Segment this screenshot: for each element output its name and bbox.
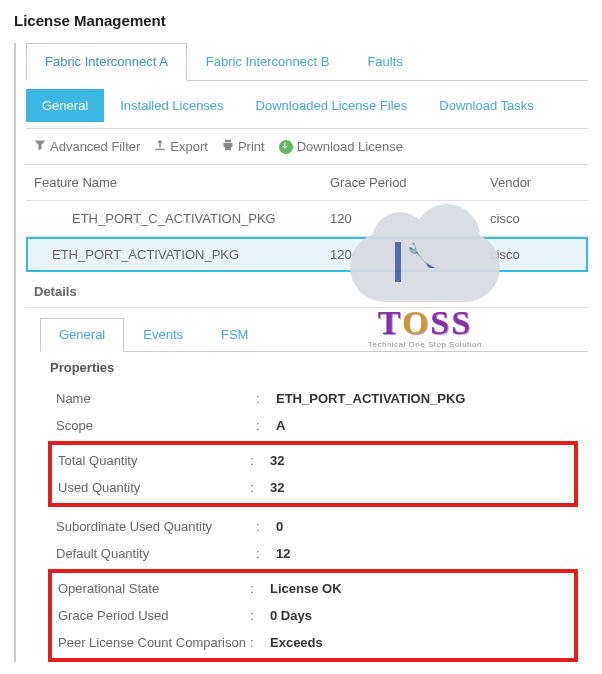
colon: :	[256, 519, 270, 534]
prop-peer-license-comparison: Peer License Count Comparison : Exceeds	[58, 629, 568, 656]
colon: :	[250, 608, 264, 623]
subtab-downloaded-files[interactable]: Downloaded License Files	[240, 89, 424, 122]
colon: :	[256, 391, 270, 406]
prop-value: 0 Days	[264, 608, 568, 623]
advanced-filter-button[interactable]: Advanced Filter	[34, 139, 140, 154]
details-tabs: General Events FSM	[40, 318, 588, 352]
prop-label: Subordinate Used Quantity	[56, 519, 256, 534]
table-toolbar: Advanced Filter Export Print Download Li…	[26, 128, 588, 165]
colon: :	[250, 453, 264, 468]
prop-label: Default Quantity	[56, 546, 256, 561]
page-title: License Management	[14, 12, 588, 29]
table-row[interactable]: ETH_PORT_C_ACTIVATION_PKG 120 cisco	[26, 201, 588, 237]
cell-vendor: cisco	[490, 211, 580, 226]
col-feature-name[interactable]: Feature Name	[34, 175, 330, 190]
prop-value: 12	[270, 546, 588, 561]
download-license-button[interactable]: Download License	[279, 139, 403, 154]
prop-value: 32	[264, 453, 568, 468]
cell-feature: ETH_PORT_C_ACTIVATION_PKG	[54, 211, 330, 226]
prop-total-quantity: Total Quantity : 32	[58, 447, 568, 474]
prop-operational-state: Operational State : License OK	[58, 575, 568, 602]
download-license-label: Download License	[297, 139, 403, 154]
properties-header: Properties	[50, 360, 588, 375]
prop-name: Name : ETH_PORT_ACTIVATION_PKG	[56, 385, 588, 412]
export-button[interactable]: Export	[154, 139, 208, 154]
prop-value: ETH_PORT_ACTIVATION_PKG	[270, 391, 588, 406]
print-icon	[222, 139, 234, 154]
advanced-filter-label: Advanced Filter	[50, 139, 140, 154]
table-row[interactable]: ETH_PORT_ACTIVATION_PKG 120 cisco	[26, 237, 588, 272]
cell-feature: ETH_PORT_ACTIVATION_PKG	[34, 247, 330, 262]
prop-subordinate-used-quantity: Subordinate Used Quantity : 0	[56, 513, 588, 540]
detail-tab-fsm[interactable]: FSM	[202, 318, 267, 351]
prop-scope: Scope : A	[56, 412, 588, 439]
highlight-state-box: Operational State : License OK Grace Per…	[48, 569, 578, 662]
subtab-download-tasks[interactable]: Download Tasks	[423, 89, 549, 122]
details-header: Details	[26, 272, 588, 308]
print-label: Print	[238, 139, 265, 154]
cell-grace: 120	[330, 211, 490, 226]
subtab-general[interactable]: General	[26, 89, 104, 122]
prop-label: Grace Period Used	[58, 608, 250, 623]
prop-default-quantity: Default Quantity : 12	[56, 540, 588, 567]
prop-value: 32	[264, 480, 568, 495]
table-header: Feature Name Grace Period Vendor	[26, 165, 588, 201]
download-icon	[279, 140, 293, 154]
colon: :	[250, 635, 264, 650]
prop-label: Peer License Count Comparison	[58, 635, 250, 650]
colon: :	[250, 480, 264, 495]
tab-faults[interactable]: Faults	[348, 43, 421, 80]
export-icon	[154, 139, 166, 154]
prop-value: Exceeds	[264, 635, 568, 650]
prop-value: License OK	[264, 581, 568, 596]
cell-grace: 120	[330, 247, 490, 262]
prop-label: Operational State	[58, 581, 250, 596]
highlight-quantity-box: Total Quantity : 32 Used Quantity : 32	[48, 441, 578, 507]
colon: :	[256, 418, 270, 433]
prop-label: Total Quantity	[58, 453, 250, 468]
col-vendor[interactable]: Vendor	[490, 175, 580, 190]
print-button[interactable]: Print	[222, 139, 265, 154]
filter-icon	[34, 139, 46, 154]
tab-fabric-a[interactable]: Fabric Interconnect A	[26, 43, 187, 81]
prop-used-quantity: Used Quantity : 32	[58, 474, 568, 501]
colon: :	[256, 546, 270, 561]
prop-grace-period-used: Grace Period Used : 0 Days	[58, 602, 568, 629]
col-grace-period[interactable]: Grace Period	[330, 175, 490, 190]
prop-label: Name	[56, 391, 256, 406]
export-label: Export	[170, 139, 208, 154]
prop-label: Scope	[56, 418, 256, 433]
fabric-tabs: Fabric Interconnect A Fabric Interconnec…	[26, 43, 588, 81]
cell-vendor: cisco	[490, 247, 580, 262]
detail-tab-general[interactable]: General	[40, 318, 124, 352]
detail-tab-events[interactable]: Events	[124, 318, 202, 351]
subtab-installed-licenses[interactable]: Installed Licenses	[104, 89, 239, 122]
colon: :	[250, 581, 264, 596]
prop-value: 0	[270, 519, 588, 534]
tab-fabric-b[interactable]: Fabric Interconnect B	[187, 43, 349, 80]
prop-label: Used Quantity	[58, 480, 250, 495]
license-subtabs: General Installed Licenses Downloaded Li…	[26, 89, 588, 122]
prop-value: A	[270, 418, 588, 433]
